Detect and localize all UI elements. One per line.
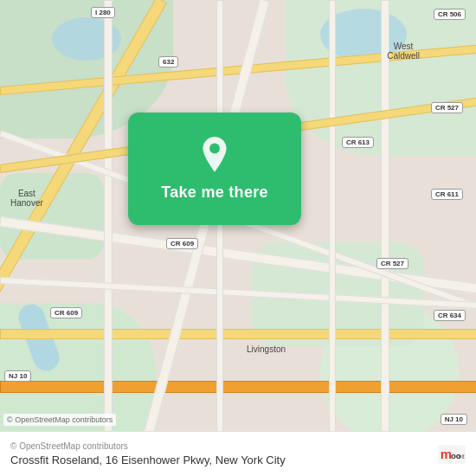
bottom-left: © OpenStreetMap contributors Crossfit Ro… (10, 441, 429, 466)
route-badge-cr611: CR 611 (431, 189, 463, 200)
svg-text:m: m (441, 447, 452, 461)
map-road (216, 0, 223, 476)
map-attribution: © OpenStreetMap contributors (3, 414, 116, 426)
route-badge-cr613: CR 613 (342, 137, 374, 148)
moovit-logo-icon: m oo vit (438, 441, 466, 468)
take-me-there-button[interactable]: Take me there (128, 113, 301, 225)
moovit-logo: m oo vit (438, 441, 466, 468)
route-badge-cr609: CR 609 (166, 238, 198, 249)
route-badge-cr632: 632 (158, 56, 178, 68)
map-road (0, 329, 476, 339)
osm-attribution: © OpenStreetMap contributors (10, 441, 429, 451)
svg-point-0 (209, 143, 220, 153)
location-name: Crossfit Roseland, 16 Eisenhower Pkwy, N… (10, 453, 429, 466)
route-badge-i280: I 280 (91, 7, 115, 18)
map-road (0, 381, 476, 393)
take-me-there-label: Take me there (161, 183, 268, 202)
route-badge-cr527-bot: CR 527 (376, 258, 408, 269)
location-pin-icon (196, 137, 234, 175)
route-badge-cr527-top: CR 527 (431, 102, 463, 113)
route-badge-cr609b: CR 609 (50, 307, 82, 318)
route-badge-nj10-right: NJ 10 (441, 414, 467, 425)
map-container: WestCaldwell EastHanover Livingston I 28… (0, 0, 476, 476)
map-road (381, 0, 389, 476)
place-label-east-hanover: EastHanover (10, 189, 43, 208)
place-label-west-caldwell: WestCaldwell (387, 42, 420, 61)
route-badge-cr506: CR 506 (434, 9, 466, 20)
place-label-livingston: Livingston (247, 344, 286, 354)
map-road (329, 0, 336, 476)
map-road (104, 0, 113, 476)
route-badge-cr634: CR 634 (434, 310, 466, 321)
svg-text:vit: vit (458, 453, 465, 460)
route-badge-nj10-left: NJ 10 (4, 370, 31, 382)
map-background: WestCaldwell EastHanover Livingston I 28… (0, 0, 476, 476)
bottom-bar: © OpenStreetMap contributors Crossfit Ro… (0, 431, 476, 476)
